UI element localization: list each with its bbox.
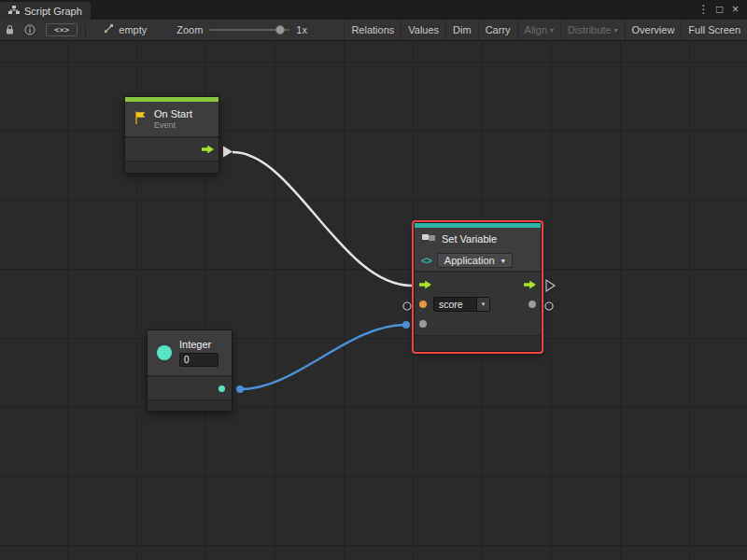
on-start-footer — [125, 161, 218, 173]
unconnected-value-port-right-icon[interactable] — [545, 302, 553, 310]
variable-scope-dropdown[interactable]: Application ▾ — [437, 253, 513, 268]
zoom-slider[interactable] — [209, 23, 289, 36]
name-port-row: score ▾ — [415, 294, 541, 314]
scope-value: Application — [444, 255, 495, 266]
empty-label: empty — [119, 24, 147, 35]
integer-ports — [148, 375, 232, 399]
value-input-port[interactable] — [419, 320, 427, 328]
unconnected-flow-port-icon[interactable] — [546, 280, 555, 291]
overview-button[interactable]: Overview — [625, 20, 682, 40]
brackets-icon: <> — [421, 255, 431, 266]
set-variable-header: Set Variable — [415, 228, 541, 249]
fullscreen-button[interactable]: Full Screen — [681, 20, 747, 40]
tab-script-graph[interactable]: Script Graph — [0, 2, 91, 20]
window-controls: ⋮ □ × — [696, 0, 747, 20]
variables-icon — [421, 233, 436, 245]
on-start-ports — [125, 136, 218, 161]
dim-button[interactable]: Dim — [445, 20, 478, 40]
integer-output-port[interactable] — [218, 385, 225, 392]
tab-bar: Script Graph ⋮ □ × — [0, 0, 747, 20]
integer-header: Integer 0 — [148, 330, 232, 375]
blue-wire-start-dot — [236, 385, 244, 393]
toolbar-buttons: Relations Values Dim Carry Align▾ Distri… — [344, 20, 747, 40]
flow-wire-start-arrow-icon — [223, 147, 233, 158]
toolbar-divider — [85, 23, 86, 37]
info-icon[interactable] — [20, 20, 40, 40]
chevron-down-icon: ▾ — [550, 26, 554, 35]
flow-input-port[interactable] — [419, 280, 431, 289]
close-icon[interactable]: × — [727, 0, 743, 20]
graph-toolbar: <×> empty Zoom 1x Relations Values Dim C… — [0, 20, 747, 41]
set-variable-footer — [415, 335, 541, 351]
chevron-down-icon: ▾ — [501, 257, 505, 265]
align-button[interactable]: Align▾ — [517, 20, 560, 40]
integer-value-field[interactable]: 0 — [179, 353, 218, 367]
name-input-port[interactable] — [419, 301, 427, 308]
distribute-button[interactable]: Distribute▾ — [560, 20, 624, 40]
lock-icon[interactable] — [0, 20, 20, 40]
graph-icon — [8, 6, 20, 17]
node-set-variable[interactable]: Set Variable <> Application ▾ — [414, 222, 542, 352]
graph-breadcrumb-empty[interactable]: empty — [103, 23, 147, 36]
unconnected-value-port-left-icon[interactable] — [403, 302, 411, 310]
pan-arrow-icon — [103, 23, 114, 36]
chevron-down-icon: ▾ — [614, 26, 618, 35]
chevron-down-icon[interactable]: ▾ — [476, 298, 489, 311]
values-button[interactable]: Values — [401, 20, 445, 40]
code-toggle-button[interactable]: <×> — [46, 23, 78, 36]
maximize-icon[interactable]: □ — [712, 0, 727, 20]
node-title: Set Variable — [442, 233, 497, 245]
wire-integer-to-setvariable[interactable] — [240, 325, 405, 389]
zoom-value: 1x — [296, 24, 307, 35]
integer-type-icon — [157, 345, 172, 360]
node-on-start[interactable]: On Start Event — [124, 96, 219, 174]
variable-name-value: score — [434, 299, 476, 310]
wires-layer — [0, 41, 747, 560]
node-title: Integer — [179, 339, 218, 350]
relations-button[interactable]: Relations — [344, 20, 401, 40]
graph-canvas[interactable]: On Start Event Set Variable <> — [0, 41, 747, 560]
value-output-port[interactable] — [529, 301, 536, 308]
set-variable-ports: score ▾ — [415, 271, 541, 335]
menu-icon[interactable]: ⋮ — [696, 0, 712, 20]
blue-wire-end-dot — [402, 321, 410, 329]
set-variable-subheader: <> Application ▾ — [415, 249, 541, 271]
zoom-control: Zoom 1x — [176, 23, 307, 36]
zoom-slider-knob[interactable] — [275, 25, 285, 35]
carry-button[interactable]: Carry — [478, 20, 517, 40]
variable-name-combo[interactable]: score ▾ — [433, 297, 490, 312]
flow-output-port[interactable] — [524, 280, 536, 289]
value-port-row — [415, 314, 541, 333]
zoom-label: Zoom — [176, 24, 203, 35]
flow-port-row — [415, 274, 541, 294]
integer-footer — [148, 399, 232, 411]
script-graph-window: Script Graph ⋮ □ × <×> empty Zoom — [0, 0, 747, 560]
flow-output-port[interactable] — [202, 145, 214, 154]
flag-icon — [134, 110, 148, 129]
on-start-header: On Start Event — [125, 102, 218, 136]
node-integer[interactable]: Integer 0 — [147, 329, 233, 412]
tab-title: Script Graph — [24, 6, 82, 17]
wire-onstart-to-setvariable[interactable] — [233, 152, 412, 286]
node-title: On Start — [154, 108, 192, 119]
node-subtitle: Event — [154, 120, 192, 130]
